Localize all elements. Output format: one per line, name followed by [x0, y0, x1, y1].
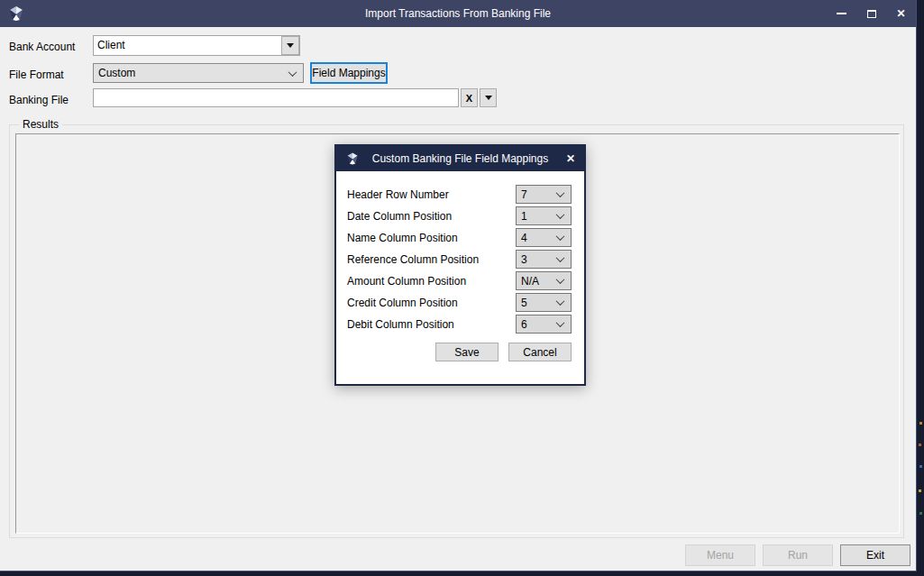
file-format-select[interactable]: Custom: [93, 63, 304, 83]
date-column-label: Date Column Position: [347, 210, 452, 223]
chevron-down-icon: [556, 275, 565, 284]
close-icon: ✕: [896, 8, 905, 19]
bank-account-label: Bank Account: [9, 41, 75, 53]
chevron-down-icon: [288, 68, 297, 77]
minimize-icon: [837, 13, 846, 14]
dialog-field-row: Header Row Number 7: [347, 185, 572, 204]
desktop-fleck: [919, 512, 922, 515]
dialog-buttons: Save Cancel: [336, 343, 572, 361]
field-mappings-dialog: Custom Banking File Field Mappings ✕ Hea…: [334, 144, 586, 386]
bank-account-dropdown-button[interactable]: [281, 36, 299, 55]
combo-value: 6: [521, 318, 527, 331]
combo-value: N/A: [521, 275, 539, 288]
cancel-button[interactable]: Cancel: [508, 343, 572, 361]
bank-account-value: Client: [94, 36, 281, 55]
menu-button[interactable]: Menu: [685, 544, 755, 566]
minimize-button[interactable]: [827, 0, 856, 27]
window-title: Import Transactions From Banking File: [0, 7, 916, 20]
desktop-background: Import Transactions From Banking File ✕ …: [0, 0, 924, 576]
dialog-body: Header Row Number 7 Date Column Position…: [336, 171, 584, 361]
close-icon: ✕: [566, 153, 575, 164]
combo-value: 3: [521, 253, 527, 266]
header-row-number-select[interactable]: 7: [516, 185, 572, 204]
amount-column-label: Amount Column Position: [347, 275, 466, 288]
chevron-down-icon: [556, 188, 565, 197]
combo-value: 7: [521, 188, 527, 201]
chevron-down-icon: [556, 297, 565, 306]
dialog-titlebar: Custom Banking File Field Mappings ✕: [336, 146, 584, 171]
dialog-field-row: Name Column Position 4: [347, 228, 572, 247]
dialog-field-row: Credit Column Position 5: [347, 293, 572, 312]
file-format-label: File Format: [9, 69, 64, 81]
combo-value: 1: [521, 210, 527, 223]
reference-column-select[interactable]: 3: [516, 250, 572, 269]
run-button[interactable]: Run: [763, 544, 833, 566]
window-controls: ✕: [827, 0, 916, 27]
app-logo-icon: [7, 5, 25, 23]
combo-value: 5: [521, 297, 527, 309]
credit-column-label: Credit Column Position: [347, 297, 458, 309]
dropdown-arrow-icon: [485, 96, 492, 100]
name-column-label: Name Column Position: [347, 232, 458, 244]
desktop-fleck: [919, 465, 922, 468]
field-mappings-button[interactable]: Field Mappings: [310, 62, 388, 84]
maximize-button[interactable]: [856, 0, 886, 27]
date-column-select[interactable]: 1: [516, 206, 572, 225]
header-row-number-label: Header Row Number: [347, 188, 449, 201]
chevron-down-icon: [556, 253, 565, 262]
dialog-field-row: Reference Column Position 3: [347, 250, 572, 269]
dialog-field-row: Debit Column Position 6: [347, 315, 572, 334]
reference-column-label: Reference Column Position: [347, 253, 479, 266]
app-logo-icon: [345, 151, 360, 166]
name-column-select[interactable]: 4: [516, 228, 572, 247]
dialog-close-button[interactable]: ✕: [557, 146, 584, 171]
debit-column-label: Debit Column Position: [347, 318, 454, 331]
file-format-value: Custom: [98, 67, 135, 79]
dialog-field-row: Date Column Position 1: [347, 206, 572, 225]
bank-account-select[interactable]: Client: [93, 35, 300, 56]
banking-file-input[interactable]: [93, 88, 459, 107]
combo-value: 4: [521, 232, 527, 244]
credit-column-select[interactable]: 5: [516, 293, 572, 312]
debit-column-select[interactable]: 6: [516, 315, 572, 334]
desktop-fleck: [919, 422, 922, 425]
exit-button[interactable]: Exit: [840, 544, 910, 566]
banking-file-dropdown-button[interactable]: [480, 88, 497, 107]
save-button[interactable]: Save: [435, 343, 499, 361]
desktop-fleck: [919, 489, 921, 492]
results-label: Results: [19, 118, 62, 131]
dialog-title: Custom Banking File Field Mappings: [336, 152, 584, 165]
close-button[interactable]: ✕: [886, 0, 916, 27]
chevron-down-icon: [556, 210, 565, 219]
amount-column-select[interactable]: N/A: [516, 271, 572, 290]
dropdown-arrow-icon: [287, 43, 294, 48]
chevron-down-icon: [556, 318, 565, 327]
banking-file-label: Banking File: [9, 94, 69, 106]
main-titlebar: Import Transactions From Banking File ✕: [0, 0, 916, 27]
desktop-fleck: [919, 443, 921, 446]
dialog-field-row: Amount Column Position N/A: [347, 271, 572, 290]
chevron-down-icon: [556, 232, 565, 241]
maximize-icon: [867, 10, 876, 18]
banking-file-clear-button[interactable]: X: [461, 88, 478, 107]
